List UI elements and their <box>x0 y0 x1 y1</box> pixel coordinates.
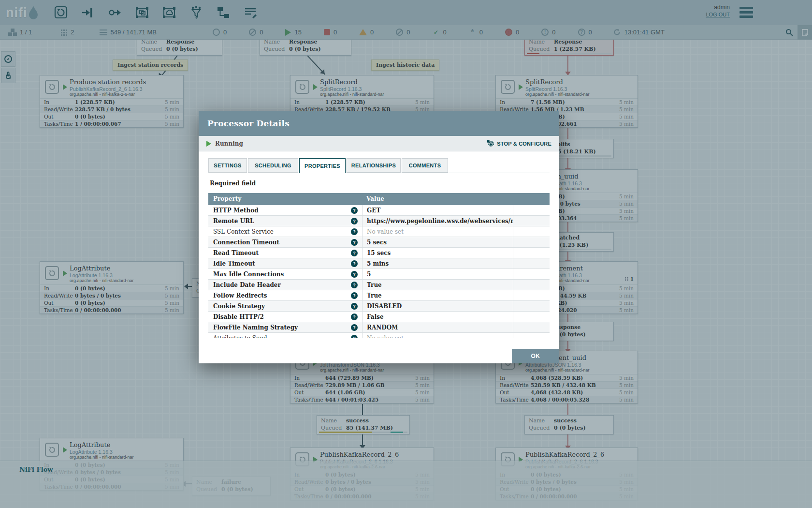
property-name: Idle Timeout <box>213 260 351 267</box>
dialog-status-row: Running STOP & CONFIGURE <box>199 136 559 151</box>
property-row: SSL Context Service ? No value set <box>208 226 550 237</box>
stop-and-configure-label: STOP & CONFIGURE <box>497 141 551 147</box>
property-value: No value set <box>367 335 404 339</box>
tab-underline <box>346 173 550 173</box>
property-row: Disable HTTP/2 ? False <box>208 312 550 322</box>
nifi-application: Ingest station records Ingest historic d… <box>0 0 812 508</box>
property-name: Connection Timeout <box>213 239 351 246</box>
property-name: Disable HTTP/2 <box>213 314 351 320</box>
property-row: Remote URL ? https://www.pegelonline.wsv… <box>208 216 550 226</box>
ok-button[interactable]: OK <box>512 349 559 363</box>
property-value: https://www.pegelonline.wsv.de/webservic… <box>367 218 513 224</box>
properties-table: Property Value HTTP Method ? GET <box>208 193 550 338</box>
properties-table-header: Property Value <box>208 193 550 205</box>
property-row: Attributes to Send ? No value set <box>208 333 550 338</box>
help-icon[interactable]: ? <box>351 324 358 331</box>
help-icon[interactable]: ? <box>351 314 358 320</box>
property-row: Follow Redirects ? True <box>208 290 550 301</box>
value-column-header: Value <box>362 193 513 205</box>
help-icon[interactable]: ? <box>351 292 358 299</box>
help-icon[interactable]: ? <box>351 335 358 339</box>
dialog-tab[interactable]: RELATIONSHIPS <box>347 158 401 173</box>
property-row: Idle Timeout ? 5 mins <box>208 258 550 269</box>
property-row: Cookie Strategy ? DISABLED <box>208 301 550 312</box>
help-icon[interactable]: ? <box>351 250 358 256</box>
running-status-label: Running <box>215 140 243 147</box>
property-name: Attributes to Send <box>213 335 351 339</box>
property-value: 5 secs <box>367 239 387 246</box>
dialog-title: Processor Details <box>207 119 290 128</box>
property-row: Include Date Header ? True <box>208 280 550 290</box>
property-name: FlowFile Naming Strategy <box>213 324 351 331</box>
dialog-header: Processor Details <box>199 111 559 136</box>
running-status-icon <box>206 141 211 147</box>
property-value: DISABLED <box>367 303 402 310</box>
property-row: FlowFile Naming Strategy ? RANDOM <box>208 322 550 333</box>
help-icon[interactable]: ? <box>351 282 358 288</box>
dialog-tab[interactable]: SETTINGS <box>208 158 247 173</box>
property-name: HTTP Method <box>213 207 351 214</box>
stop-and-configure-button[interactable]: STOP & CONFIGURE <box>487 140 551 147</box>
property-row: HTTP Method ? GET <box>208 205 550 216</box>
help-icon[interactable]: ? <box>351 260 358 267</box>
dialog-tabs: SETTINGS SCHEDULING PROPERTIES RELATIONS… <box>208 158 550 173</box>
property-name: SSL Context Service <box>213 228 351 235</box>
help-icon[interactable]: ? <box>351 239 358 246</box>
property-value: True <box>367 292 382 299</box>
property-value: GET <box>367 207 380 214</box>
help-icon[interactable]: ? <box>351 207 358 214</box>
required-field-note: Required field <box>210 180 256 187</box>
dialog-tab[interactable]: COMMENTS <box>402 158 448 173</box>
dialog-tab[interactable]: SCHEDULING <box>248 158 298 173</box>
property-name: Cookie Strategy <box>213 303 351 310</box>
help-icon[interactable]: ? <box>351 228 358 235</box>
property-name: Max Idle Connections <box>213 271 351 278</box>
gear-icon <box>487 140 494 147</box>
property-value: RANDOM <box>367 324 398 331</box>
property-value: 5 mins <box>367 260 389 267</box>
help-icon[interactable]: ? <box>351 218 358 224</box>
property-value: 15 secs <box>367 250 391 256</box>
property-row: Read Timeout ? 15 secs <box>208 248 550 258</box>
property-value: False <box>367 314 384 320</box>
property-name: Include Date Header <box>213 282 351 288</box>
property-value: True <box>367 282 382 288</box>
property-name: Remote URL <box>213 218 351 224</box>
property-name: Follow Redirects <box>213 292 351 299</box>
property-column-header: Property <box>208 193 362 205</box>
help-icon[interactable]: ? <box>351 303 358 310</box>
processor-details-dialog: Processor Details Running STOP & CONFIGU… <box>199 111 559 363</box>
property-name: Read Timeout <box>213 250 351 256</box>
property-row: Connection Timeout ? 5 secs <box>208 237 550 248</box>
property-value: No value set <box>367 228 404 235</box>
property-value: 5 <box>367 271 371 278</box>
help-icon[interactable]: ? <box>351 271 358 278</box>
property-row: Max Idle Connections ? 5 <box>208 269 550 280</box>
dialog-tab[interactable]: PROPERTIES <box>299 158 346 173</box>
